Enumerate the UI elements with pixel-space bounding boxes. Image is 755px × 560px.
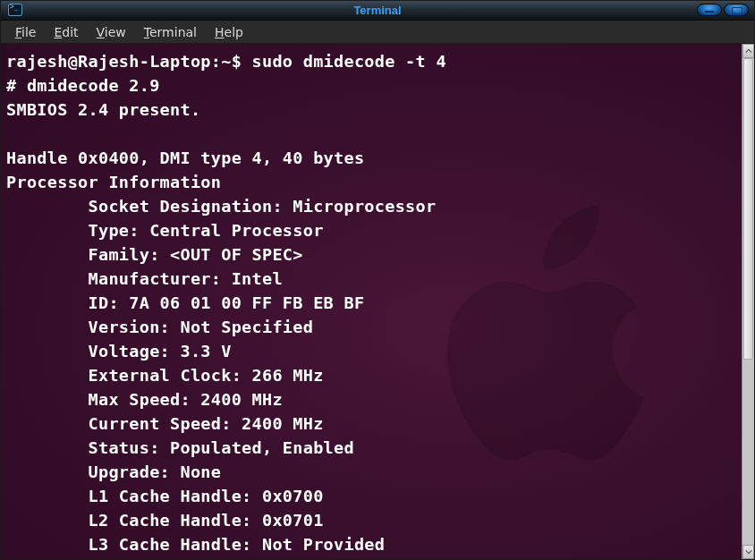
- output-line: Processor Information: [6, 173, 221, 191]
- output-line: Version: Not Specified: [6, 318, 313, 336]
- terminal-viewport[interactable]: rajesh@Rajesh-Laptop:~$ sudo dmidecode -…: [1, 44, 754, 559]
- output-line: L1 Cache Handle: 0x0700: [6, 487, 324, 505]
- menu-help[interactable]: Help: [206, 22, 252, 42]
- output-line: Max Speed: 2400 MHz: [6, 390, 283, 409]
- terminal-window: Terminal File Edit View Terminal Help ra…: [0, 0, 755, 560]
- scroll-up-button[interactable]: [742, 44, 754, 58]
- vertical-scrollbar[interactable]: [742, 44, 754, 559]
- menu-terminal[interactable]: Terminal: [135, 22, 206, 42]
- shell-prompt: rajesh@Rajesh-Laptop:~$: [6, 52, 252, 71]
- menubar: File Edit View Terminal Help: [1, 21, 754, 44]
- menu-edit[interactable]: Edit: [45, 22, 87, 42]
- output-line: Socket Designation: Microprocessor: [6, 197, 436, 216]
- app-icon: [8, 4, 22, 16]
- output-line: SMBIOS 2.4 present.: [6, 100, 200, 119]
- scroll-thumb[interactable]: [743, 58, 753, 360]
- output-line: Voltage: 3.3 V: [6, 342, 232, 361]
- output-line: ID: 7A 06 01 00 FF FB EB BF: [6, 293, 364, 312]
- output-line: External Clock: 266 MHz: [6, 366, 324, 385]
- shell-command: sudo dmidecode -t 4: [252, 52, 446, 71]
- scroll-track[interactable]: [742, 58, 754, 545]
- titlebar[interactable]: Terminal: [1, 1, 754, 21]
- output-line: Type: Central Processor: [6, 221, 324, 240]
- menu-file[interactable]: File: [6, 22, 45, 42]
- output-line: Upgrade: None: [6, 462, 221, 481]
- output-line: Status: Populated, Enabled: [6, 438, 354, 457]
- terminal-icon: [8, 4, 22, 16]
- output-line: # dmidecode 2.9: [6, 76, 160, 95]
- minimize-button[interactable]: [697, 4, 722, 16]
- chevron-up-icon: [745, 47, 752, 55]
- scroll-down-button[interactable]: [742, 545, 754, 559]
- window-controls: [697, 4, 749, 16]
- window-title: Terminal: [353, 4, 401, 17]
- output-line: Current Speed: 2400 MHz: [6, 414, 324, 433]
- chevron-down-icon: [745, 548, 752, 556]
- output-line: Handle 0x0400, DMI type 4, 40 bytes: [6, 148, 364, 167]
- menu-view[interactable]: View: [88, 22, 135, 42]
- output-line: L2 Cache Handle: 0x0701: [6, 511, 324, 530]
- output-line: Family: <OUT OF SPEC>: [6, 245, 303, 264]
- terminal-output[interactable]: rajesh@Rajesh-Laptop:~$ sudo dmidecode -…: [1, 44, 742, 559]
- output-line: Manufacturer: Intel: [6, 269, 283, 288]
- maximize-button[interactable]: [724, 4, 749, 16]
- output-line: L3 Cache Handle: Not Provided: [6, 535, 385, 554]
